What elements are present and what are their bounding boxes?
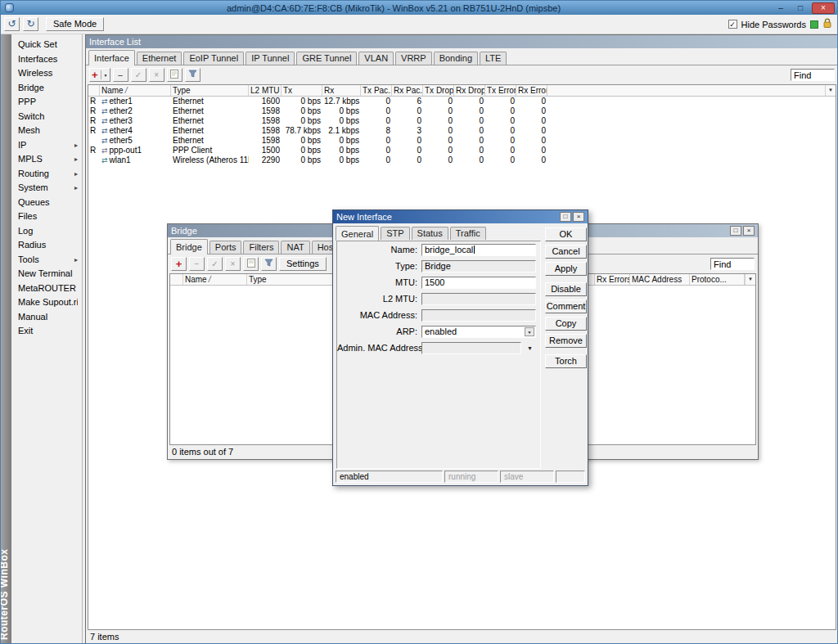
add-bridge-button[interactable]: + [171, 257, 187, 271]
interface-row-ppp-out1[interactable]: R ⇄ppp-out1 PPP Client 1500 0 bps 0 bps … [88, 146, 836, 155]
comment-button[interactable] [243, 257, 259, 271]
sidebar-item-ppp[interactable]: PPP [11, 95, 82, 110]
mtu-input[interactable]: 1500 [421, 277, 536, 289]
column-tx[interactable]: Tx [282, 85, 322, 96]
safe-mode-button[interactable]: Safe Mode [46, 17, 104, 31]
bridge-find-input[interactable] [710, 258, 755, 270]
sidebar-item-ip[interactable]: IP▸ [11, 138, 82, 153]
minimize-button[interactable]: – [771, 2, 791, 14]
maximize-button[interactable]: □ [791, 2, 810, 14]
column-rx-packets[interactable]: Rx Pac... [392, 85, 423, 96]
sidebar-item-manual[interactable]: Manual [11, 310, 82, 325]
column-mac-address[interactable]: MAC Address [630, 274, 690, 285]
column-flags[interactable] [88, 85, 100, 96]
column-tx-packets[interactable]: Tx Pac... [361, 85, 392, 96]
dialog-maximize-button[interactable]: □ [560, 212, 571, 222]
sidebar-item-metarouter[interactable]: MetaROUTER [11, 281, 82, 296]
find-input[interactable] [791, 69, 835, 81]
sidebar-item-radius[interactable]: Radius [11, 238, 82, 253]
sidebar-item-new-terminal[interactable]: New Terminal [11, 267, 82, 281]
remove-button[interactable]: − [113, 68, 128, 82]
close-button[interactable]: × [812, 2, 835, 14]
os-titlebar[interactable]: admin@D4:CA:6D:7E:F8:CB (MikroTik) - Win… [1, 1, 837, 15]
sidebar-item-wireless[interactable]: Wireless [11, 66, 82, 81]
sidebar-item-tools[interactable]: Tools▸ [11, 253, 82, 268]
sidebar-item-system[interactable]: System▸ [11, 181, 82, 196]
column-l2mtu[interactable]: L2 MTU [249, 85, 282, 96]
filter-button[interactable] [261, 257, 277, 271]
tab-ports[interactable]: Ports [210, 241, 242, 254]
interface-row-wlan1[interactable]: ⇄wlan1 Wireless (Atheros 11N) 2290 0 bps… [88, 155, 836, 165]
tab-vlan[interactable]: VLAN [358, 52, 394, 65]
interface-list-titlebar[interactable]: Interface List [86, 35, 838, 48]
remove-button[interactable]: Remove [545, 334, 587, 348]
tab-filters[interactable]: Filters [243, 241, 279, 254]
remove-button[interactable]: − [189, 257, 205, 271]
column-rx-drops[interactable]: Rx Drops [454, 85, 485, 96]
ok-button[interactable]: OK [545, 227, 587, 241]
disable-button[interactable]: Disable [545, 282, 587, 296]
sidebar-item-log[interactable]: Log [11, 224, 82, 239]
disable-button[interactable]: × [149, 68, 164, 82]
sidebar-item-bridge[interactable]: Bridge [11, 81, 82, 96]
bridge-close-button[interactable]: × [743, 226, 755, 236]
settings-button[interactable]: Settings [279, 257, 327, 271]
column-tx-errors[interactable]: Tx Errors [485, 85, 516, 96]
arp-select[interactable]: enabled▼ [421, 326, 536, 338]
sidebar-item-files[interactable]: Files [11, 209, 82, 224]
hide-passwords-checkbox[interactable]: ✓ [728, 20, 737, 29]
sidebar-item-exit[interactable]: Exit [11, 324, 82, 339]
sidebar-item-make-supout-rif[interactable]: Make Supout.rif [11, 295, 82, 310]
apply-button[interactable]: Apply [545, 262, 587, 276]
redo-button[interactable]: ↻ [23, 17, 38, 31]
interface-row-ether1[interactable]: R ⇄ether1 Ethernet 1600 0 bps 12.7 kbps … [88, 97, 836, 106]
tab-gre-tunnel[interactable]: GRE Tunnel [296, 52, 357, 65]
sidebar-item-mpls[interactable]: MPLS▸ [11, 152, 82, 167]
column-name[interactable]: Name/ [100, 85, 171, 96]
cancel-button[interactable]: Cancel [545, 245, 587, 259]
disable-button[interactable]: × [225, 257, 241, 271]
comment-button[interactable]: Comment [545, 299, 587, 313]
tab-bonding[interactable]: Bonding [434, 52, 478, 65]
sidebar-item-mesh[interactable]: Mesh [11, 124, 82, 138]
dialog-close-button[interactable]: × [573, 212, 584, 222]
column-rx-errors[interactable]: Rx Errors [595, 274, 630, 285]
enable-button[interactable]: ✓ [207, 257, 223, 271]
column-rx-errors[interactable]: Rx Errors [516, 85, 547, 96]
sidebar-item-routing[interactable]: Routing▸ [11, 167, 82, 182]
new-interface-titlebar[interactable]: New Interface □ × [333, 210, 588, 223]
comment-button[interactable] [167, 68, 182, 82]
torch-button[interactable]: Torch [545, 354, 587, 368]
tab-traffic[interactable]: Traffic [450, 227, 486, 240]
column-flags[interactable] [170, 274, 183, 285]
tab-vrrp[interactable]: VRRP [395, 52, 432, 65]
tab-lte[interactable]: LTE [480, 52, 507, 65]
tab-bridge[interactable]: Bridge [170, 239, 208, 254]
hide-passwords-label[interactable]: Hide Passwords [741, 20, 806, 29]
bridge-maximize-button[interactable]: □ [730, 226, 741, 236]
arp-dropdown-icon[interactable]: ▼ [525, 327, 534, 336]
filter-button[interactable] [185, 68, 200, 82]
tab-stp[interactable]: STP [381, 227, 409, 240]
tab-ip-tunnel[interactable]: IP Tunnel [246, 52, 295, 65]
column-tx-drops[interactable]: Tx Drops [423, 85, 454, 96]
interface-row-ether2[interactable]: R ⇄ether2 Ethernet 1598 0 bps 0 bps 0 0 … [88, 106, 836, 116]
interface-row-ether5[interactable]: ⇄ether5 Ethernet 1598 0 bps 0 bps 0 0 0 … [88, 136, 836, 146]
sidebar-item-quick-set[interactable]: Quick Set [11, 38, 82, 52]
sidebar-item-interfaces[interactable]: Interfaces [11, 52, 82, 67]
column-name[interactable]: Name/ [183, 274, 247, 285]
tab-ethernet[interactable]: Ethernet [137, 52, 182, 65]
tab-nat[interactable]: NAT [281, 241, 309, 254]
column-type[interactable]: Type [171, 85, 249, 96]
tab-status[interactable]: Status [412, 227, 448, 240]
undo-button[interactable]: ↺ [4, 17, 20, 31]
name-input[interactable]: bridge_local [421, 244, 536, 256]
sidebar-item-switch[interactable]: Switch [11, 110, 82, 124]
column-selector-button[interactable]: ▼ [825, 85, 836, 96]
interface-row-ether4[interactable]: R ⇄ether4 Ethernet 1598 78.7 kbps 2.1 kb… [88, 126, 836, 136]
add-interface-button[interactable]: + ▼ [89, 68, 110, 82]
sidebar-item-queues[interactable]: Queues [11, 196, 82, 210]
tab-general[interactable]: General [336, 226, 379, 241]
tab-interface[interactable]: Interface [88, 50, 135, 65]
column-selector-button[interactable]: ▼ [745, 274, 755, 285]
